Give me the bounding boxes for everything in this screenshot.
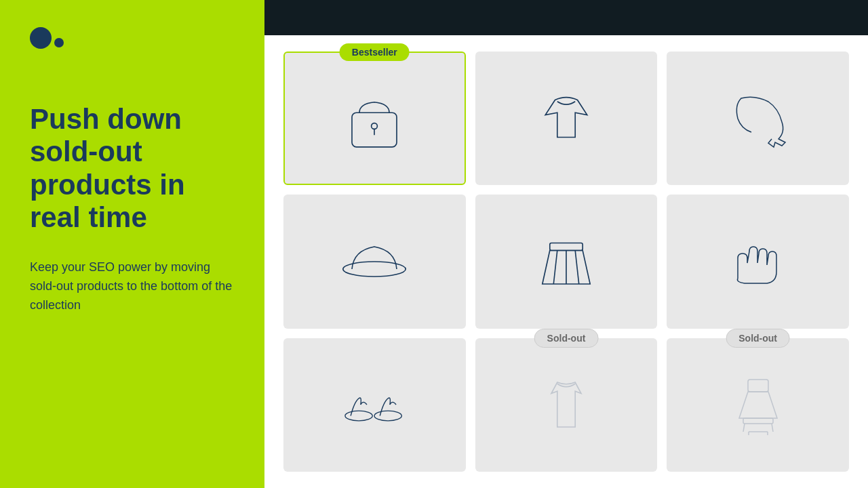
product-grid: Bestseller bbox=[283, 52, 849, 472]
svg-point-1 bbox=[372, 123, 378, 129]
product-cell-scarf bbox=[667, 52, 849, 185]
badge-soldout-2: Sold-out bbox=[726, 329, 790, 348]
product-cell-skirt bbox=[475, 195, 658, 328]
gloves-icon bbox=[721, 224, 795, 299]
bag-icon bbox=[337, 81, 412, 156]
svg-point-8 bbox=[345, 411, 372, 421]
svg-line-5 bbox=[553, 250, 557, 284]
svg-point-9 bbox=[374, 411, 401, 421]
product-cell-top bbox=[475, 52, 658, 185]
badge-bestseller: Bestseller bbox=[340, 43, 410, 61]
skirt-icon bbox=[529, 224, 604, 299]
right-panel: Bestseller bbox=[264, 0, 868, 488]
logo-dot-large bbox=[30, 27, 52, 49]
logo-dot-small bbox=[54, 38, 64, 47]
logo bbox=[30, 27, 235, 49]
hat-icon bbox=[337, 224, 412, 299]
top-icon bbox=[529, 81, 604, 156]
svg-rect-11 bbox=[743, 418, 773, 424]
product-cell-hat bbox=[283, 195, 466, 328]
product-cell-bag: Bestseller bbox=[283, 52, 466, 185]
product-cell-tank: Sold-out bbox=[475, 338, 658, 472]
scarf-icon bbox=[721, 81, 795, 156]
tank-icon bbox=[529, 367, 604, 442]
browser-content: Bestseller bbox=[264, 35, 868, 488]
svg-line-13 bbox=[772, 424, 773, 432]
headline: Push down sold-out products in real time bbox=[30, 103, 235, 234]
sandals-icon bbox=[337, 367, 412, 442]
badge-soldout-1: Sold-out bbox=[534, 329, 599, 348]
product-cell-gloves bbox=[667, 195, 849, 328]
description: Keep your SEO power by moving sold-out p… bbox=[30, 258, 235, 315]
dress-icon bbox=[721, 367, 795, 442]
svg-line-7 bbox=[575, 250, 579, 284]
svg-line-12 bbox=[743, 424, 745, 432]
svg-rect-10 bbox=[748, 380, 768, 392]
product-cell-sandals bbox=[283, 338, 466, 472]
left-panel: Push down sold-out products in real time… bbox=[0, 0, 264, 488]
svg-rect-4 bbox=[550, 243, 583, 250]
product-cell-dress: Sold-out bbox=[667, 338, 849, 472]
browser-bar bbox=[264, 0, 868, 35]
